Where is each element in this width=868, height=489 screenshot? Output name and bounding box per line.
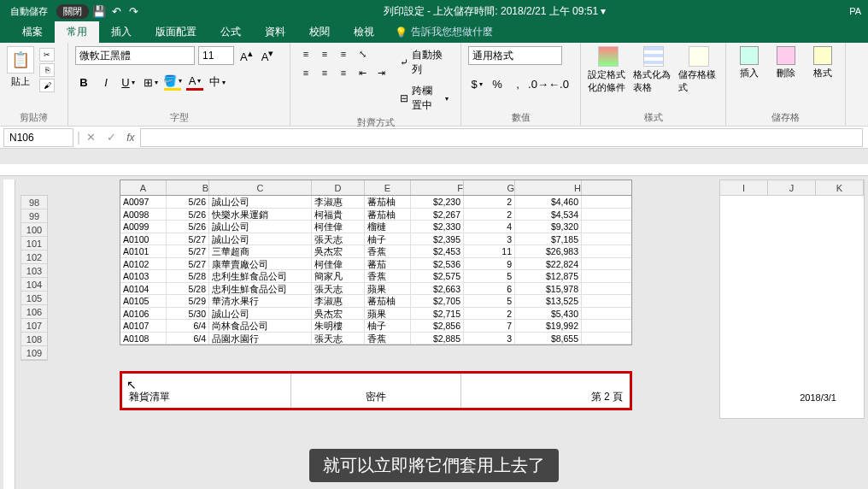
cell[interactable]: 李淑惠 (312, 295, 365, 307)
font-name-select[interactable] (75, 46, 195, 65)
cell[interactable]: $2,663 (411, 283, 464, 295)
table-row[interactable]: A00975/26誠山公司李淑惠蕃茄柚$2,2302$4,460 (120, 196, 631, 209)
font-size-select[interactable] (198, 46, 234, 65)
cell[interactable]: 吳杰宏 (312, 245, 365, 257)
cell[interactable]: $22,824 (515, 258, 582, 270)
table-row[interactable]: A01015/27三華超商吳杰宏香蕉$2,45311$26,983 (120, 245, 631, 258)
border-button[interactable]: ⊞▾ (142, 74, 159, 91)
cell[interactable]: 6/4 (167, 333, 209, 345)
cell[interactable]: $8,655 (515, 333, 582, 345)
col-header[interactable]: K (816, 180, 864, 195)
fill-color-button[interactable]: 🪣▾ (164, 74, 181, 91)
tab-home[interactable]: 常用 (55, 21, 99, 43)
cell[interactable]: 5 (464, 270, 515, 282)
row-header[interactable]: 108 (21, 333, 47, 346)
cell[interactable]: 張天志 (312, 283, 365, 295)
cell[interactable]: 品園水園行 (209, 333, 312, 345)
cell[interactable]: 華清水果行 (209, 295, 312, 307)
cell[interactable]: 榴槤 (365, 221, 411, 233)
cell[interactable]: 5/27 (167, 233, 209, 245)
cell[interactable]: 5/27 (167, 258, 209, 270)
col-header[interactable]: H (515, 180, 582, 195)
italic-button[interactable]: I (97, 74, 114, 91)
cell[interactable]: 5/28 (167, 270, 209, 282)
cell[interactable]: $2,885 (411, 333, 464, 345)
row-header[interactable]: 104 (21, 278, 47, 292)
col-header[interactable]: D (312, 180, 365, 195)
table-row[interactable]: A01065/30誠山公司吳杰宏蘋果$2,7152$5,430 (120, 308, 631, 321)
cell[interactable]: 誠山公司 (209, 233, 312, 245)
tab-layout[interactable]: 版面配置 (144, 21, 208, 43)
row-header[interactable]: 105 (21, 292, 47, 305)
cell[interactable]: 張天志 (312, 333, 365, 345)
cell[interactable]: $5,430 (515, 308, 582, 320)
cell[interactable]: 柚子 (365, 233, 411, 245)
footer-center[interactable]: 密件 (366, 390, 386, 404)
cell[interactable]: $2,395 (411, 233, 464, 245)
underline-button[interactable]: U▾ (120, 74, 137, 91)
cell[interactable]: 5/30 (167, 308, 209, 320)
cell[interactable]: $15,978 (515, 283, 582, 295)
cell[interactable]: $9,320 (515, 221, 582, 233)
table-row[interactable]: A01045/28忠利生鮮食品公司張天志蘋果$2,6636$15,978 (120, 283, 631, 296)
cell[interactable]: 康華賣廠公司 (209, 258, 312, 270)
phonetic-button[interactable]: 中▾ (208, 74, 226, 91)
formula-input[interactable] (140, 128, 864, 147)
number-format-select[interactable] (468, 46, 562, 65)
cell[interactable]: 5/26 (167, 221, 209, 233)
cell[interactable]: 三華超商 (209, 245, 312, 257)
cell[interactable]: 快樂水果運銷 (209, 209, 312, 221)
cell[interactable]: 2 (464, 308, 515, 320)
cell[interactable]: 吳杰宏 (312, 308, 365, 320)
redo-icon[interactable]: ↷ (126, 4, 140, 18)
cell[interactable]: A0097 (120, 196, 167, 208)
cell[interactable]: 蕃茄柚 (365, 209, 411, 221)
conditional-format-button[interactable]: 設定格式化的條件 (588, 46, 628, 94)
wrap-text-button[interactable]: ⤶自動換列 (395, 46, 454, 79)
cell[interactable]: 香蕉 (365, 270, 411, 282)
cell[interactable]: A0102 (120, 258, 167, 270)
format-as-table-button[interactable]: 格式化為表格 (633, 46, 673, 94)
cell[interactable]: 3 (464, 233, 515, 245)
row-headers[interactable]: 9899100101102103104105106107108109 (21, 195, 48, 361)
cell[interactable]: 5/28 (167, 283, 209, 295)
cell[interactable]: 7 (464, 320, 515, 332)
col-header[interactable]: A (120, 180, 167, 195)
cell[interactable]: 蕃茄 (365, 258, 411, 270)
cell[interactable]: 忠利生鮮食品公司 (209, 270, 312, 282)
page-footer-box[interactable]: 雜貨清單 密件 第 2 頁 (120, 371, 632, 410)
cell[interactable]: A0103 (120, 270, 167, 282)
cell[interactable]: 柯佳偉 (312, 258, 365, 270)
cell[interactable]: 誠山公司 (209, 308, 312, 320)
table-row[interactable]: A01076/4尚林食品公司朱明樓柚子$2,8567$19,992 (120, 320, 631, 333)
tab-review[interactable]: 校閱 (297, 21, 342, 43)
col-header[interactable]: G (464, 180, 515, 195)
row-header[interactable]: 98 (21, 196, 47, 209)
cell[interactable]: $26,983 (515, 245, 582, 257)
tab-insert[interactable]: 插入 (99, 21, 144, 43)
cell[interactable]: $13,525 (515, 295, 582, 307)
align-bottom-icon[interactable]: ≡ (335, 46, 352, 62)
cell[interactable]: 蘋果 (365, 283, 411, 295)
cell[interactable]: $12,875 (515, 270, 582, 282)
increase-decimal-button[interactable]: .0→ (530, 75, 547, 92)
cell[interactable]: $2,453 (411, 245, 464, 257)
cell[interactable]: $2,715 (411, 308, 464, 320)
indent-left-icon[interactable]: ⇤ (354, 65, 371, 80)
cell[interactable]: A0104 (120, 283, 167, 295)
col-header[interactable]: E (365, 180, 411, 195)
delete-cells-button[interactable]: 刪除 (770, 46, 801, 80)
merge-center-button[interactable]: ⊟跨欄置中▾ (395, 82, 454, 115)
cell[interactable]: A0101 (120, 245, 167, 257)
row-header[interactable]: 107 (21, 319, 47, 333)
cell[interactable]: 誠山公司 (209, 221, 312, 233)
row-header[interactable]: 109 (21, 346, 47, 360)
cell[interactable]: $4,460 (515, 196, 582, 208)
cell[interactable]: 柚子 (365, 320, 411, 332)
cell[interactable]: 蘋果 (365, 308, 411, 320)
tab-view[interactable]: 檢視 (342, 21, 386, 43)
table-row[interactable]: A01086/4品園水園行張天志香蕉$2,8853$8,655 (120, 333, 631, 345)
paste-icon[interactable]: 📋 (7, 46, 34, 74)
tab-data[interactable]: 資料 (253, 21, 297, 43)
align-center-icon[interactable]: ≡ (316, 65, 333, 80)
